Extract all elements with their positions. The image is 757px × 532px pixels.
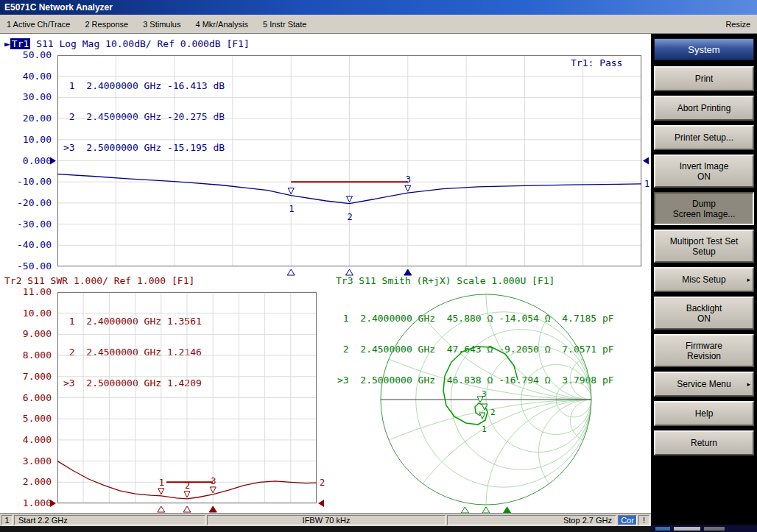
svg-text:3: 3 [406, 174, 411, 185]
status-alert-indicator: ! [638, 515, 649, 525]
softkey-firmware-revision[interactable]: FirmwareRevision [654, 334, 754, 367]
softkey-backlight[interactable]: BacklightON [654, 297, 754, 330]
softkey-abort-printing[interactable]: Abort Printing [654, 96, 754, 121]
softkey-return[interactable]: Return [654, 430, 754, 455]
softkey-help[interactable]: Help [654, 401, 754, 426]
svg-text:2: 2 [320, 478, 325, 488]
taskbar-fragment-block [674, 527, 700, 531]
tr3-header: Tr3 S11 Smith (R+jX) Scale 1.000U [F1] [336, 275, 554, 286]
bottom-edge [0, 526, 651, 532]
y-axis-label: 2.000 [6, 476, 52, 488]
softkey-invert-image[interactable]: Invert ImageON [654, 155, 754, 188]
display-area: ►Tr1 S11 Log Mag 10.00dB/ Ref 0.000dB [F… [0, 34, 651, 513]
svg-text:1: 1 [644, 179, 649, 189]
active-channel-indicator: 1 [1, 515, 13, 525]
tr1-plot: 1231 [57, 55, 641, 266]
y-axis-label: 8.000 [6, 350, 52, 361]
y-axis-label: 9.000 [6, 328, 52, 340]
svg-text:3: 3 [211, 476, 216, 486]
softkey-label: Screen Image... [655, 209, 753, 219]
softkey-label: Abort Printing [655, 103, 753, 113]
tr1-header: ►Tr1 S11 Log Mag 10.00dB/ Ref 0.000dB [F… [4, 38, 250, 49]
y-axis-label: 0.000 [6, 155, 52, 167]
svg-text:2: 2 [185, 480, 190, 491]
menu-bar: 1 Active Ch/Trace 2 Response 3 Stimulus … [0, 15, 757, 34]
status-start-frequency: Start 2.2 GHz [14, 515, 205, 525]
softkey-label: Revision [655, 351, 753, 361]
y-axis-label: 11.00 [6, 286, 52, 298]
svg-text:1: 1 [159, 478, 164, 488]
status-bar: 1 Start 2.2 GHz IFBW 70 kHz Stop 2.7 GHz… [0, 513, 651, 526]
y-axis-label: -50.00 [6, 260, 52, 272]
y-axis-label: 4.000 [6, 434, 52, 446]
tr1-badge: Tr1 [10, 38, 30, 49]
y-axis-label: 40.00 [6, 71, 52, 82]
menu-stimulus[interactable]: 3 Stimulus [143, 20, 180, 29]
softkey-button-list: PrintAbort PrintingPrinter Setup...Inver… [651, 66, 757, 455]
softkey-printer-setup[interactable]: Printer Setup... [654, 125, 754, 150]
status-ifbw: IFBW 70 kHz [207, 515, 446, 525]
softkey-menu-title: System [654, 38, 754, 60]
softkey-service-menu[interactable]: Service Menu▸ [654, 372, 754, 397]
y-axis-label: 3.000 [6, 455, 52, 467]
submenu-arrow-icon: ▸ [747, 274, 750, 285]
softkey-multiport-test-set-setup[interactable]: Multiport Test SetSetup [654, 230, 754, 263]
svg-text:3: 3 [482, 389, 487, 399]
y-axis-label: -30.00 [6, 219, 52, 230]
menu-instr-state[interactable]: 5 Instr State [263, 20, 306, 29]
softkey-label: Setup [655, 247, 753, 257]
tr2-plot: 1232 [57, 292, 317, 503]
softkey-label: Firmware [655, 341, 753, 351]
y-axis-label: 7.000 [6, 371, 52, 383]
y-axis-label: -20.00 [6, 197, 52, 209]
softkey-label: Help [655, 408, 753, 419]
taskbar-fragment-block [655, 527, 670, 531]
softkey-label: ON [655, 171, 753, 182]
active-trace-arrow-icon: ► [4, 38, 10, 49]
y-axis-label: -10.00 [6, 176, 52, 188]
y-axis-label: 10.00 [6, 134, 52, 146]
softkey-menu: System PrintAbort PrintingPrinter Setup.… [651, 34, 757, 532]
status-stop-frequency: Stop 2.7 GHz [447, 515, 616, 525]
tr3-smith-chart: 321 [335, 288, 651, 513]
tr1-header-text: S11 Log Mag 10.00dB/ Ref 0.000dB [F1] [30, 38, 249, 49]
softkey-dump-screen-image[interactable]: DumpScreen Image... [654, 192, 754, 225]
menu-resize[interactable]: Resize [725, 20, 750, 29]
taskbar-fragment [651, 525, 757, 532]
softkey-label: Multiport Test Set [655, 236, 753, 247]
softkey-label: Return [655, 438, 753, 448]
submenu-arrow-icon: ▸ [747, 379, 750, 389]
menu-mkr-analysis[interactable]: 4 Mkr/Analysis [195, 20, 248, 29]
y-axis-label: 10.00 [6, 308, 52, 319]
svg-text:1: 1 [482, 425, 487, 434]
y-axis-label: 30.00 [6, 91, 52, 103]
softkey-print[interactable]: Print [654, 66, 754, 91]
status-correction-indicator: Cor [618, 515, 637, 525]
softkey-label: Invert Image [655, 161, 753, 171]
y-axis-label: 20.00 [6, 113, 52, 124]
svg-text:2: 2 [490, 408, 496, 417]
menu-active-ch-trace[interactable]: 1 Active Ch/Trace [7, 20, 70, 29]
svg-text:1: 1 [289, 204, 294, 214]
title-bar[interactable]: E5071C Network Analyzer [0, 0, 757, 15]
softkey-label: Service Menu [655, 379, 753, 389]
softkey-label: Print [655, 74, 753, 84]
softkey-label: Dump [655, 199, 753, 209]
softkey-label: ON [655, 313, 753, 324]
y-axis-label: 1.000 [6, 497, 52, 509]
y-axis-label: -40.00 [6, 239, 52, 251]
softkey-label: Misc Setup [655, 274, 753, 285]
softkey-misc-setup[interactable]: Misc Setup▸ [654, 267, 754, 292]
y-axis-label: 50.00 [6, 49, 52, 61]
tr2-header: Tr2 S11 SWR 1.000/ Ref 1.000 [F1] [4, 275, 194, 286]
y-axis-label: 6.000 [6, 392, 52, 404]
softkey-label: Printer Setup... [655, 132, 753, 143]
menu-response[interactable]: 2 Response [85, 20, 128, 29]
taskbar-fragment-block [704, 527, 725, 531]
svg-text:2: 2 [348, 212, 353, 222]
softkey-label: Backlight [655, 303, 753, 313]
y-axis-label: 5.000 [6, 413, 52, 425]
window-title: E5071C Network Analyzer [4, 2, 113, 13]
